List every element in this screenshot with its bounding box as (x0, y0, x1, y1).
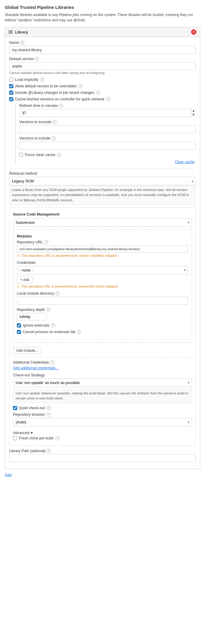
cancel-process-help-icon[interactable]: ? (77, 330, 81, 334)
cache-fetched-row: Cache fetched versions on controller for… (9, 97, 196, 101)
spinner-down[interactable]: ▼ (191, 113, 196, 117)
repo-browser-label: Repository browser ? (13, 412, 192, 417)
checkout-strategy-label: Check-out Strategy (13, 373, 192, 377)
refresh-time-input-wrap: ▲ ▼ (19, 109, 196, 117)
ignore-externals-checkbox[interactable] (17, 323, 21, 327)
clear-cache-action-row: Clear cache (19, 159, 196, 165)
library-card-header-left: Library (9, 30, 28, 34)
add-module-button[interactable]: Add module... (13, 347, 41, 354)
advanced-toggle-button[interactable]: Advanced ▾ (13, 429, 33, 436)
scm-select[interactable]: Subversion (13, 218, 192, 227)
allow-default-checkbox[interactable] (9, 84, 13, 88)
additional-credentials-label: Additional Credentials ? (13, 360, 192, 364)
repo-url-row: Repository URL ? ⚠ This repository URL i… (17, 240, 188, 258)
add-additional-credentials-button[interactable]: Add additional credentials... (13, 366, 59, 370)
retrieval-method-label: Retrieval method (9, 171, 196, 176)
library-card-body: Name ? Default version ? Cannot validate… (5, 37, 200, 469)
credentials-add-button[interactable]: + Add (17, 276, 33, 283)
versions-exclude-help-icon[interactable]: ? (52, 120, 57, 124)
name-help-icon[interactable]: ? (20, 41, 24, 45)
clear-cache-button[interactable]: Clear cache (174, 159, 196, 165)
allow-default-row: Allow default version to be overridden ? (9, 84, 196, 88)
versions-include-label: Versions to include ? (19, 136, 196, 140)
spinner-buttons: ▲ ▼ (191, 109, 196, 117)
versions-exclude-input[interactable] (19, 125, 196, 133)
default-version-input[interactable] (9, 62, 196, 70)
cancel-process-checkbox[interactable] (17, 330, 21, 334)
credentials-select[interactable]: - none - (17, 266, 188, 274)
repo-depth-help-icon[interactable]: ? (46, 308, 50, 312)
cache-fetched-checkbox[interactable] (9, 97, 13, 101)
local-module-dir-help-icon[interactable]: ? (55, 291, 59, 295)
checkout-strategy-select-wrap: Use 'svn update' as much as possible ▾ (13, 378, 192, 387)
library-path-help-icon[interactable]: ? (47, 449, 51, 453)
name-field-row: Name ? (9, 41, 196, 54)
credentials-select-wrap: - none - ▾ (17, 266, 188, 274)
ignore-externals-help-icon[interactable]: ? (51, 323, 55, 327)
scm-label: Source Code Management (13, 212, 192, 216)
repo-depth-select[interactable]: infinity empty files immediates (17, 313, 47, 320)
quiet-checkout-row: Quiet check-out ? (13, 406, 192, 410)
load-implicitly-help-icon[interactable]: ? (40, 78, 44, 82)
ignore-externals-row: Ignore externals ? (17, 323, 188, 327)
cache-fetched-label: Cache fetched versions on controller for… (15, 97, 104, 101)
quiet-checkout-checkbox[interactable] (13, 406, 17, 410)
additional-credentials-section: Additional Credentials ? Add additional … (13, 360, 192, 370)
load-implicitly-checkbox[interactable] (9, 78, 13, 82)
versions-include-input[interactable] (19, 142, 196, 150)
bottom-add-button[interactable]: Add (5, 473, 200, 477)
force-clear-help-icon[interactable]: ? (57, 153, 61, 157)
repo-depth-select-wrap: infinity empty files immediates ▾ (17, 313, 188, 320)
repo-url-input[interactable] (17, 245, 188, 253)
allow-default-help-icon[interactable]: ? (78, 84, 83, 88)
name-label: Name ? (9, 41, 196, 45)
fresh-clone-help-icon[interactable]: ? (55, 436, 59, 440)
cancel-process-label: Cancel process on externals fail (23, 330, 75, 334)
versions-exclude-label: Versions to exclude ? (19, 120, 196, 124)
include-library-checkbox[interactable] (9, 91, 13, 95)
scm-select-wrap: Subversion ▾ (13, 218, 192, 227)
repo-browser-select[interactable]: (Auto) (13, 418, 192, 426)
force-clear-checkbox[interactable] (19, 153, 23, 157)
name-input[interactable] (9, 46, 196, 54)
credentials-label: Credentials (17, 261, 188, 265)
page-description: Sharable libraries available to any Pipe… (5, 12, 200, 23)
local-module-dir-label: Local module directory ? (17, 291, 188, 295)
retrieval-section: Retrieval method Legacy SCM ▾ Loads a li… (9, 168, 196, 462)
validation-note: Cannot validate default version until af… (9, 71, 196, 75)
page-title: Global Trusted Pipeline Libraries (5, 5, 200, 10)
spinner-up[interactable]: ▲ (191, 109, 196, 113)
checkout-strategy-description: Use 'svn update' whenever possible, maki… (13, 389, 192, 403)
refresh-time-help-icon[interactable]: ? (59, 104, 63, 108)
fresh-clone-label: Fresh clone per build (19, 436, 54, 440)
modules-section: Modules Repository URL ? ⚠ This reposito… (13, 229, 192, 340)
default-version-help-icon[interactable]: ? (35, 57, 39, 61)
advanced-chevron-icon: ▾ (31, 431, 33, 435)
credentials-warn-icon: ⚠ (17, 284, 20, 288)
force-clear-row: Force clear cache ? (19, 152, 196, 157)
quiet-checkout-help-icon[interactable]: ? (47, 406, 51, 410)
include-library-label: Include @Library changes in job recent c… (15, 91, 94, 95)
cache-fetched-help-icon[interactable]: ? (106, 97, 110, 101)
additional-credentials-help-icon[interactable]: ? (50, 360, 54, 364)
cache-options-section: Refresh time in minutes ? ▲ ▼ Versions t… (15, 104, 196, 165)
credentials-warning: ⚠ The repository URL is parameterized, c… (17, 284, 188, 288)
checkout-strategy-select[interactable]: Use 'svn update' as much as possible (13, 378, 192, 387)
include-library-help-icon[interactable]: ? (96, 91, 100, 95)
repo-url-help-icon[interactable]: ? (44, 240, 48, 244)
repo-browser-help-icon[interactable]: ? (46, 412, 50, 417)
repo-depth-label: Repository depth ? (17, 308, 188, 312)
ignore-externals-label: Ignore externals (23, 323, 49, 327)
local-module-dir-input[interactable] (17, 297, 188, 305)
close-library-button[interactable]: ✕ (191, 29, 196, 35)
retrieval-method-select[interactable]: Legacy SCM (9, 177, 196, 185)
refresh-time-input[interactable] (19, 109, 196, 117)
fresh-clone-checkbox[interactable] (13, 436, 17, 440)
retrieval-description: Loads a library from any SCM plugin supp… (9, 185, 196, 205)
local-module-dir-row: Local module directory ? (17, 291, 188, 305)
library-card-header: Library ✕ (5, 27, 200, 37)
quiet-checkout-label: Quiet check-out (19, 406, 45, 410)
library-path-input[interactable] (9, 454, 196, 462)
versions-include-help-icon[interactable]: ? (51, 136, 56, 140)
repo-url-warning: ⚠ This repository URL is parameterized, … (17, 253, 188, 258)
